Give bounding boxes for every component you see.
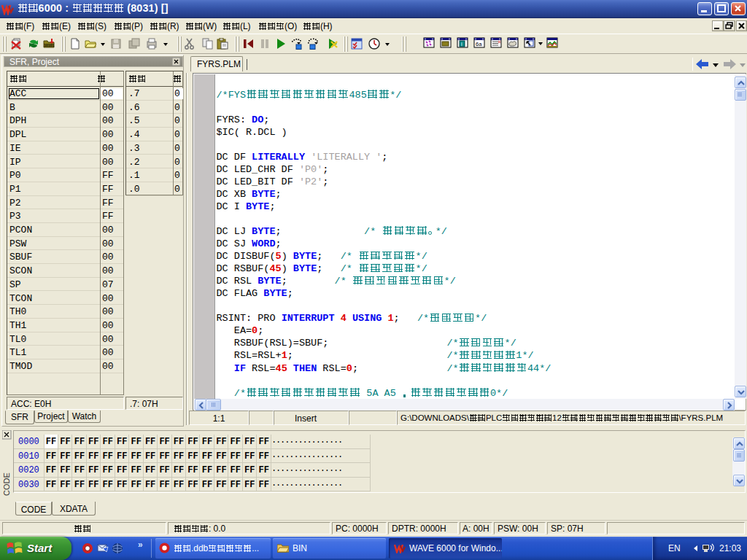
svg-text:10101: 10101 [44,43,54,47]
svg-text:6a: 6a [476,41,482,47]
